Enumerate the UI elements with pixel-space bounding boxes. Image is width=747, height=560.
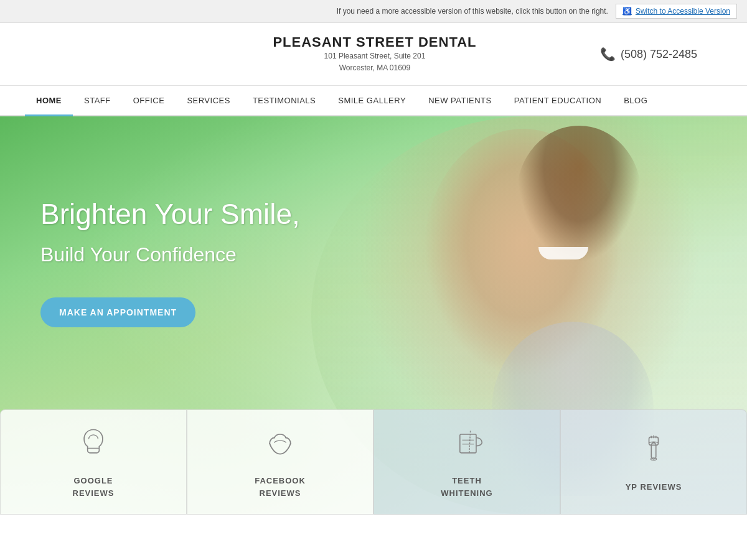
nav-smile-gallery[interactable]: SMILE GALLERY <box>327 86 417 115</box>
address-line2: Worcester, MA 01609 <box>273 62 476 74</box>
svg-rect-1 <box>460 434 476 453</box>
card-teeth-whitening[interactable]: TEETHWHITENING <box>374 409 560 515</box>
below-hero-section <box>0 515 747 560</box>
hero-content: Brighten Your Smile, Build Your Confiden… <box>40 197 300 327</box>
nav-staff[interactable]: STAFF <box>73 86 122 115</box>
card-yp-reviews-label: YP REVIEWS <box>626 481 682 493</box>
accessible-version-button[interactable]: ♿ Switch to Accessible Version <box>616 4 737 19</box>
tooth-icon <box>76 425 111 465</box>
address-line1: 101 Pleasant Street, Suite 201 <box>273 50 476 62</box>
accessibility-bar: If you need a more accessible version of… <box>0 0 747 23</box>
card-google-reviews-label: GOOGLEREVIEWS <box>73 475 115 499</box>
hero-title-2: Build Your Confidence <box>40 243 300 266</box>
smile-icon <box>263 425 298 465</box>
nav-patient-education[interactable]: PATIENT EDUCATION <box>503 86 613 115</box>
nav-new-patients[interactable]: NEW PATIENTS <box>417 86 503 115</box>
nav-blog[interactable]: BLOG <box>613 86 659 115</box>
nav-services[interactable]: SERVICES <box>176 86 242 115</box>
nav-office[interactable]: OFFICE <box>122 86 176 115</box>
service-cards-row: GOOGLEREVIEWS FACEBOOKREVIEWS <box>0 409 747 515</box>
main-navigation: HOME STAFF OFFICE SERVICES TESTIMONIALS … <box>0 86 747 116</box>
wheelchair-icon: ♿ <box>622 7 632 16</box>
phone-number: (508) 752-2485 <box>621 48 697 61</box>
phone-area[interactable]: 📞 (508) 752-2485 <box>600 47 697 62</box>
card-teeth-whitening-label: TEETHWHITENING <box>441 475 492 499</box>
site-header: PLEASANT STREET DENTAL 101 Pleasant Stre… <box>0 23 747 86</box>
toothbrush-icon <box>636 431 671 471</box>
accessible-btn-label: Switch to Accessible Version <box>636 7 730 16</box>
card-google-reviews[interactable]: GOOGLEREVIEWS <box>0 409 187 515</box>
phone-icon: 📞 <box>600 47 616 62</box>
logo-area: PLEASANT STREET DENTAL 101 Pleasant Stre… <box>273 34 476 74</box>
site-name: PLEASANT STREET DENTAL <box>273 34 476 50</box>
nav-home[interactable]: HOME <box>25 86 73 115</box>
svg-rect-6 <box>649 437 659 445</box>
card-facebook-reviews-label: FACEBOOKREVIEWS <box>255 475 306 499</box>
appointment-button[interactable]: MAKE AN APPOINTMENT <box>40 297 195 327</box>
card-facebook-reviews[interactable]: FACEBOOKREVIEWS <box>187 409 374 515</box>
accessibility-message: If you need a more accessible version of… <box>337 7 608 16</box>
hero-section: Brighten Your Smile, Build Your Confiden… <box>0 116 747 515</box>
nav-testimonials[interactable]: TESTIMONIALS <box>242 86 327 115</box>
card-yp-reviews[interactable]: YP REVIEWS <box>560 409 747 515</box>
cup-icon <box>449 425 484 465</box>
hero-title-1: Brighten Your Smile, <box>40 197 300 231</box>
